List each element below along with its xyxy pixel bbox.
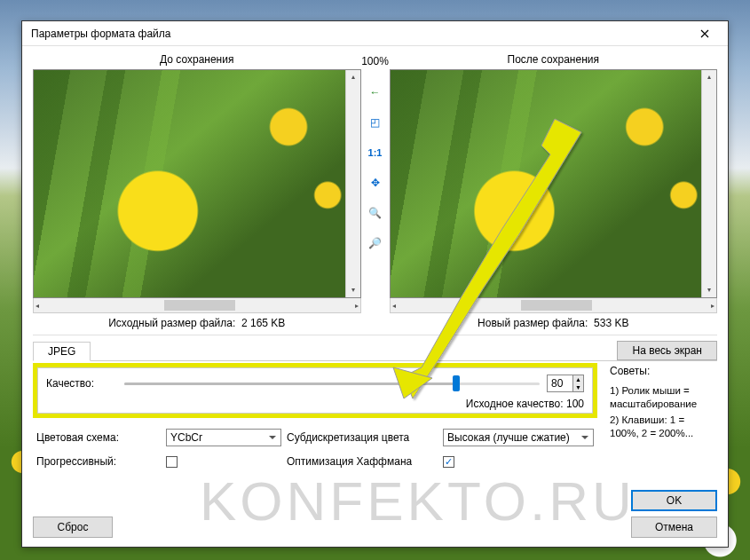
color-scheme-label: Цветовая схема: [36,431,161,444]
original-quality: Исходное качество: 100 [46,392,584,410]
ok-button[interactable]: OK [631,490,717,511]
huffman-label: Оптимизация Хаффмана [287,455,438,468]
back-button[interactable]: ← [367,83,384,101]
zoom-label: 100% [361,53,389,71]
actual-size-button[interactable]: 1:1 [367,144,384,162]
subsampling-label: Субдискретизация цвета [287,431,438,444]
tip-2: 2) Клавиши: 1 = 100%, 2 = 200%... [610,414,715,440]
after-label: После сохранения [508,51,599,69]
slider-thumb-icon [453,375,460,391]
fullscreen-button[interactable]: На весь экран [617,341,717,360]
titlebar: Параметры формата файла [22,21,728,46]
fit-screen-button[interactable]: ✥ [367,174,384,192]
before-size: Исходный размер файла: 2 165 KB [108,313,285,333]
fit-icon: ◰ [370,116,380,129]
after-preview-image[interactable] [390,69,718,298]
close-icon [700,29,709,38]
tips-title: Советы: [610,365,715,377]
arrow-left-icon: ← [370,86,381,99]
tab-jpeg[interactable]: JPEG [33,342,91,361]
after-hscroll[interactable] [390,298,718,313]
color-scheme-dropdown[interactable]: YCbCr [166,429,281,446]
preview-toolbar: 100% ← ◰ 1:1 ✥ 🔍 🔎 [363,51,388,333]
expand-icon: ✥ [371,177,380,189]
spin-down-icon[interactable]: ▼ [573,383,583,391]
before-preview-image[interactable] [33,69,361,298]
window-title: Параметры формата файла [31,28,687,40]
before-vscroll[interactable] [345,70,360,297]
quality-slider[interactable] [124,375,540,392]
quality-label: Качество: [46,377,117,390]
after-size: Новый размер файла: 533 KB [478,313,628,333]
tips-panel: Советы: 1) Ролик мыши = масштабирование … [606,361,717,485]
quality-spinner[interactable]: ▲▼ [547,375,584,392]
one-to-one-icon: 1:1 [368,147,383,158]
zoom-out-icon: 🔎 [368,237,382,249]
zoom-in-icon: 🔍 [368,207,382,219]
zoom-out-button[interactable]: 🔎 [367,234,384,252]
fit-window-button[interactable]: ◰ [367,114,384,131]
huffman-checkbox[interactable] [443,456,454,468]
after-vscroll[interactable] [701,70,716,297]
zoom-in-button[interactable]: 🔍 [367,204,384,222]
progressive-checkbox[interactable] [166,456,178,468]
cancel-button[interactable]: Отмена [631,517,717,538]
subsampling-dropdown[interactable]: Высокая (лучше сжатие) [443,429,594,446]
reset-button[interactable]: Сброс [33,517,113,538]
close-button[interactable] [687,23,722,44]
before-hscroll[interactable] [33,298,361,313]
spin-up-icon[interactable]: ▲ [573,375,583,383]
tip-1: 1) Ролик мыши = масштабирование [610,384,715,411]
quality-input[interactable] [548,375,572,391]
file-format-dialog: Параметры формата файла До сохранения Ис… [21,20,729,548]
quality-section: Качество: ▲▼ Исходное качество: 100 [33,363,597,418]
before-label: До сохранения [160,51,233,69]
progressive-label: Прогрессивный: [36,455,161,468]
